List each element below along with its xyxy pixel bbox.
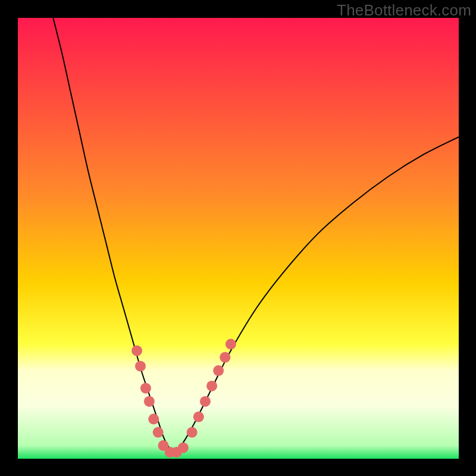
highlight-dot — [153, 427, 164, 438]
highlight-dot — [200, 396, 211, 407]
watermark-text: TheBottleneck.com — [337, 1, 471, 20]
highlight-dot — [193, 412, 204, 422]
highlight-dot — [206, 381, 217, 392]
highlight-dot — [131, 345, 142, 356]
highlight-dot — [226, 339, 236, 349]
highlight-dot — [140, 383, 151, 393]
highlight-dot — [144, 396, 155, 407]
highlight-dot — [187, 427, 198, 438]
highlight-dot — [220, 352, 230, 363]
highlight-dot — [148, 414, 159, 424]
plot-area — [18, 18, 459, 459]
gradient-background — [18, 18, 459, 459]
chart-svg — [18, 18, 459, 459]
chart-frame: TheBottleneck.com — [0, 0, 476, 476]
highlight-dot — [135, 361, 146, 371]
highlight-dot — [213, 365, 224, 376]
highlight-dot — [178, 442, 189, 453]
